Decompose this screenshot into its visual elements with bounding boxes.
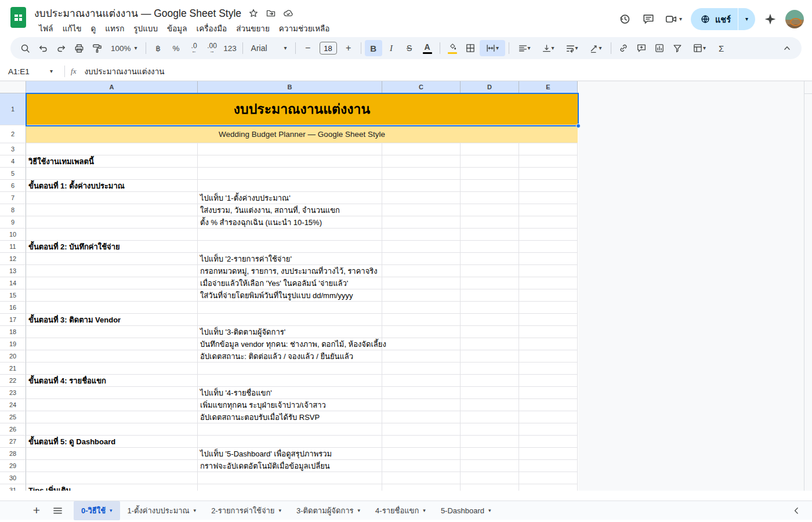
cell-B12[interactable]: ไปแท็บ '2-รายการค่าใช้จ่าย' [198,253,382,265]
row-header-10[interactable]: 10 [0,229,26,241]
cell-A17[interactable]: ขั้นตอนที่ 3: ติดตาม Vendor [26,314,198,326]
fill-color-button[interactable] [444,40,461,56]
text-wrap-button[interactable]: ▾ [560,40,583,56]
cell-D6[interactable] [461,180,519,192]
cell-C31[interactable] [382,484,461,491]
merge-cells-button[interactable]: ▾ [480,40,505,56]
row-header-13[interactable]: 13 [0,265,26,277]
functions-button[interactable]: Σ [713,40,730,56]
cell-D14[interactable] [461,277,519,289]
cell-C25[interactable] [382,411,461,423]
star-icon[interactable] [248,8,259,19]
cell-D3[interactable] [461,143,519,155]
sheet-tab-caret-icon[interactable]: ▾ [423,508,426,513]
cell-E28[interactable] [519,448,578,460]
cell-D4[interactable] [461,155,519,168]
font-size-input[interactable]: 18 [320,42,337,55]
text-rotation-button[interactable]: ▾ [584,40,607,56]
cell-E16[interactable] [519,302,578,314]
cell-D17[interactable] [461,314,519,326]
cell-C15[interactable] [382,289,461,302]
cell-D21[interactable] [461,362,519,375]
cell-C5[interactable] [382,168,461,180]
cell-E24[interactable] [519,399,578,411]
gemini-sparkle-icon[interactable] [764,13,777,26]
cell-C10[interactable] [382,229,461,241]
cell-B21[interactable] [198,362,382,375]
row-header-1[interactable]: 1 [0,93,26,125]
cell-E5[interactable] [519,168,578,180]
cell-B3[interactable] [198,143,382,155]
cell-A31[interactable]: Tips เพิ่มเติม [26,484,198,491]
insert-chart-button[interactable] [651,40,668,56]
increase-font-size-button[interactable]: + [340,40,357,56]
cell-A27[interactable]: ขั้นตอนที่ 5: ดู Dashboard [26,436,198,448]
vertical-scrollbar[interactable] [804,81,812,491]
cell-E22[interactable] [519,375,578,387]
cell-A26[interactable] [26,423,198,436]
cell-E30[interactable] [519,472,578,484]
row-header-29[interactable]: 29 [0,460,26,472]
share-button[interactable]: แชร์ ▾ [691,8,755,30]
cell-D23[interactable] [461,387,519,399]
menu-item-7[interactable]: ส่วนขยาย [231,21,274,36]
row-header-30[interactable]: 30 [0,472,26,484]
menu-item-5[interactable]: ข้อมูล [162,21,192,36]
cell-C23[interactable] [382,387,461,399]
decrease-decimal-button[interactable]: .0← [186,40,203,56]
cell-D22[interactable] [461,375,519,387]
cell-A28[interactable] [26,448,198,460]
cell-C30[interactable] [382,472,461,484]
cell-C13[interactable] [382,265,461,277]
account-avatar[interactable] [785,10,804,28]
search-menus-button[interactable] [16,40,34,56]
cell-D12[interactable] [461,253,519,265]
cell-B14[interactable]: เมื่อจ่ายแล้วให้เลือก 'Yes' ในคอลัมน์ 'จ… [198,277,382,289]
row-header-18[interactable]: 18 [0,326,26,338]
cell-B20[interactable]: อัปเดตสถานะ: ติดต่อแล้ว / จองแล้ว / ยืนย… [198,350,382,362]
cell-C22[interactable] [382,375,461,387]
cell-E27[interactable] [519,436,578,448]
cell-B17[interactable] [198,314,382,326]
sheet-tab-3[interactable]: 3-ติดตามผู้จัดการ▾ [289,501,368,520]
format-percent-button[interactable]: % [168,40,185,56]
row-header-22[interactable]: 22 [0,375,26,387]
cell-E23[interactable] [519,387,578,399]
share-dropdown[interactable]: ▾ [738,8,755,30]
meet-button[interactable]: ▾ [665,13,682,26]
cell-A11[interactable]: ขั้นตอนที่ 2: บันทึกค่าใช้จ่าย [26,241,198,253]
sheets-logo[interactable] [10,7,26,28]
sheet-tab-1[interactable]: 1-ตั้งค่างบประมาณ▾ [120,501,204,520]
row-header-4[interactable]: 4 [0,155,26,168]
sheet-tab-4[interactable]: 4-รายชื่อแขก▾ [368,501,433,520]
cell-B29[interactable]: กราฟจะอัปเดตอัตโนมัติเมื่อข้อมูลเปลี่ยน [198,460,382,472]
cell-A20[interactable] [26,350,198,362]
cell-E19[interactable] [519,338,578,350]
cell-B16[interactable] [198,302,382,314]
row-header-12[interactable]: 12 [0,253,26,265]
table-views-button[interactable]: ▾ [687,40,712,56]
row-header-31[interactable]: 31 [0,484,26,491]
cell-D13[interactable] [461,265,519,277]
cell-C21[interactable] [382,362,461,375]
cell-A16[interactable] [26,302,198,314]
column-header-E[interactable]: E [519,81,578,93]
cell-B31[interactable] [198,484,382,491]
cell-B11[interactable] [198,241,382,253]
sheet-tab-caret-icon[interactable]: ▾ [194,508,197,513]
strikethrough-button[interactable]: S [401,40,418,56]
name-box[interactable]: A1:E1 [8,67,50,76]
horizontal-align-button[interactable]: ▾ [513,40,536,56]
cell-E26[interactable] [519,423,578,436]
scroll-tabs-left-button[interactable] [792,506,802,516]
all-sheets-button[interactable] [52,505,63,516]
move-to-folder-icon[interactable] [266,8,276,19]
cell-D30[interactable] [461,472,519,484]
cell-C14[interactable] [382,277,461,289]
menu-item-2[interactable]: ดู [86,21,101,36]
cell-B4[interactable] [198,155,382,168]
print-button[interactable] [70,40,88,56]
cell-C20[interactable] [382,350,461,362]
column-header-A[interactable]: A [26,81,198,93]
column-header-D[interactable]: D [461,81,519,93]
